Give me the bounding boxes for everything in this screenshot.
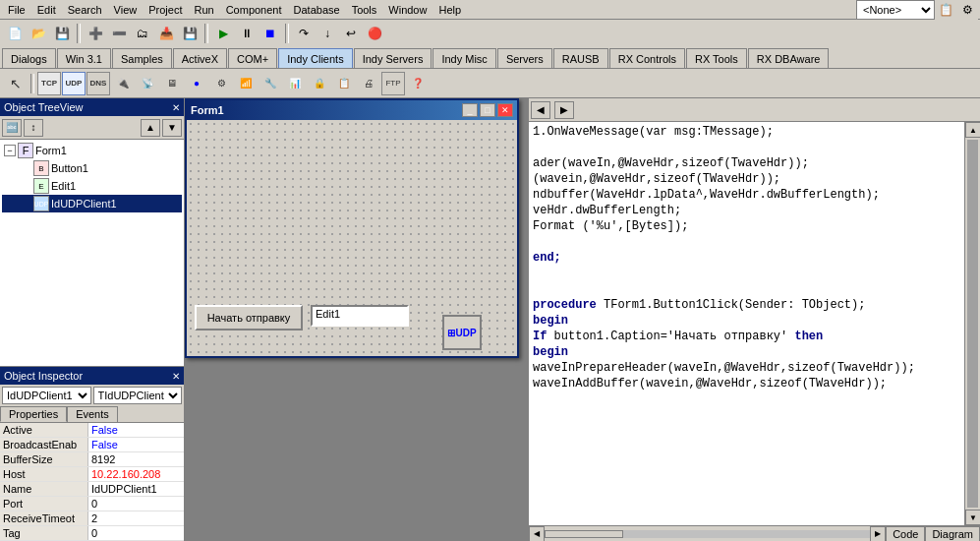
- menu-help[interactable]: Help: [432, 2, 467, 18]
- pointer-tool[interactable]: ↖: [4, 72, 28, 95]
- tab-com[interactable]: COM+: [228, 48, 277, 68]
- comp-icon8[interactable]: 📊: [283, 72, 307, 95]
- save-project-btn[interactable]: 📥: [155, 23, 177, 44]
- inspector-tab-events[interactable]: Events: [67, 406, 118, 422]
- treeview-close-btn[interactable]: ✕: [172, 102, 180, 113]
- form-minimize-btn[interactable]: _: [462, 103, 478, 117]
- form-titlebar[interactable]: Form1 _ □ ✕: [187, 100, 517, 120]
- inspector-row-4[interactable]: Name IdUDPClient1: [0, 482, 184, 497]
- button1-control[interactable]: Начать отправку: [195, 305, 303, 331]
- tab-rx-dbaware[interactable]: RX DBAware: [748, 48, 830, 68]
- comp-icon7[interactable]: 🔧: [259, 72, 282, 95]
- hscroll-thumb[interactable]: [545, 530, 623, 538]
- pause-btn[interactable]: ⏸: [236, 23, 258, 44]
- inspector-row-2[interactable]: BufferSize 8192: [0, 452, 184, 467]
- none-combo[interactable]: <None>: [856, 0, 935, 20]
- tree-item-edit1[interactable]: E Edit1: [2, 177, 182, 195]
- form-body[interactable]: Начать отправку Edit1 ⊞UDP: [187, 120, 517, 356]
- inspector-row-7[interactable]: Tag 0: [0, 526, 184, 541]
- inspector-row-6[interactable]: ReceiveTimeot 2: [0, 511, 184, 526]
- comp-icon4[interactable]: ●: [185, 72, 208, 95]
- tab-indy-servers[interactable]: Indy Servers: [354, 48, 432, 68]
- scrollbar-thumb[interactable]: [967, 140, 978, 508]
- comp-icon5[interactable]: ⚙: [209, 72, 233, 95]
- tab-rausb[interactable]: RAUSB: [553, 48, 608, 68]
- tree-expand-form1[interactable]: −: [4, 145, 16, 156]
- tab-indy-clients[interactable]: Indy Clients: [278, 48, 352, 68]
- tab-rx-controls[interactable]: RX Controls: [609, 48, 685, 68]
- save-all-btn[interactable]: 💾: [179, 23, 201, 44]
- add-file-btn[interactable]: ➕: [85, 23, 106, 44]
- code-back-btn[interactable]: ◀: [531, 101, 550, 119]
- comp-icon6[interactable]: 📶: [234, 72, 258, 95]
- tab-servers[interactable]: Servers: [497, 48, 552, 68]
- tab-activex[interactable]: ActiveX: [173, 48, 227, 68]
- tab-dialogs[interactable]: Dialogs: [2, 48, 56, 68]
- run-btn[interactable]: ▶: [212, 23, 234, 44]
- menu-project[interactable]: Project: [143, 2, 188, 18]
- tree-item-button1[interactable]: B Button1: [2, 159, 182, 177]
- tab-indy-misc[interactable]: Indy Misc: [432, 48, 495, 68]
- inspector-row-5[interactable]: Port 0: [0, 497, 184, 511]
- tv-sort-btn[interactable]: 🔤: [2, 119, 22, 137]
- tab-samples[interactable]: Samples: [112, 48, 172, 68]
- toolbar-icon2[interactable]: ⚙: [956, 0, 978, 21]
- trace-btn[interactable]: ↩: [340, 23, 362, 44]
- tab-win31[interactable]: Win 3.1: [57, 48, 111, 68]
- remove-file-btn[interactable]: ➖: [108, 23, 130, 44]
- comp-icon11[interactable]: 🖨: [357, 72, 380, 95]
- open-btn[interactable]: 📂: [28, 23, 49, 44]
- comp-icon3[interactable]: 🖥: [160, 72, 184, 95]
- code-editor[interactable]: 1.OnWaveMessage(var msg:TMessage); ader(…: [529, 122, 964, 525]
- inspector-row-1[interactable]: BroadcastEnab False: [0, 438, 184, 452]
- comp-icon9[interactable]: 🔒: [308, 72, 331, 95]
- udp-icon[interactable]: UDP: [62, 72, 86, 95]
- udpclient-form-icon[interactable]: ⊞UDP: [442, 315, 482, 350]
- tree-item-udpclient[interactable]: UDP IdUDPClient1: [2, 195, 182, 212]
- menu-run[interactable]: Run: [188, 2, 219, 18]
- step-into-btn[interactable]: ↓: [317, 23, 338, 44]
- menu-component[interactable]: Component: [220, 2, 288, 18]
- inspector-object-combo[interactable]: IdUDPClient1: [2, 387, 91, 404]
- menu-tools[interactable]: Tools: [346, 2, 383, 18]
- comp-icon12[interactable]: FTP: [381, 72, 405, 95]
- new-btn[interactable]: 📄: [4, 23, 26, 44]
- open-project-btn[interactable]: 🗂: [132, 23, 153, 44]
- comp-icon2[interactable]: 📡: [136, 72, 159, 95]
- code-tab-diagram[interactable]: Diagram: [925, 526, 980, 542]
- menu-search[interactable]: Search: [62, 2, 108, 18]
- tab-rx-tools[interactable]: RX Tools: [686, 48, 747, 68]
- hscroll-right-btn[interactable]: ▶: [870, 526, 886, 542]
- menu-window[interactable]: Window: [382, 2, 432, 18]
- inspector-close-btn[interactable]: ✕: [172, 371, 180, 382]
- stop-btn[interactable]: ⏹: [259, 23, 281, 44]
- form-close-btn[interactable]: ✕: [497, 103, 513, 117]
- comp-icon1[interactable]: 🔌: [111, 72, 135, 95]
- inspector-type-combo[interactable]: TIdUDPClient: [93, 387, 183, 404]
- save-btn[interactable]: 💾: [51, 23, 73, 44]
- inspector-row-3[interactable]: Host 10.22.160.208: [0, 467, 184, 482]
- tv-up-btn[interactable]: ▲: [141, 119, 160, 137]
- breakpoint-btn[interactable]: 🔴: [364, 23, 385, 44]
- inspector-row-0[interactable]: Active False: [0, 423, 184, 438]
- menu-file[interactable]: File: [2, 2, 31, 18]
- inspector-tab-properties[interactable]: Properties: [0, 406, 67, 422]
- menu-view[interactable]: View: [108, 2, 144, 18]
- hscroll-left-btn[interactable]: ◀: [529, 526, 545, 542]
- code-tab-code[interactable]: Code: [886, 526, 925, 542]
- menu-edit[interactable]: Edit: [31, 2, 62, 18]
- tv-down-btn[interactable]: ▼: [162, 119, 182, 137]
- code-forward-btn[interactable]: ▶: [554, 101, 574, 119]
- comp-icon13[interactable]: ❓: [406, 72, 430, 95]
- tree-item-form1[interactable]: − F Form1: [2, 142, 182, 159]
- dns-icon[interactable]: DNS: [86, 72, 110, 95]
- scroll-up-btn[interactable]: ▲: [965, 122, 980, 138]
- toolbar-icon1[interactable]: 📋: [935, 0, 956, 21]
- comp-icon10[interactable]: 📋: [332, 72, 356, 95]
- edit1-control[interactable]: Edit1: [311, 305, 409, 327]
- menu-database[interactable]: Database: [288, 2, 346, 18]
- tv-expand-btn[interactable]: ↕: [24, 119, 43, 137]
- scroll-down-btn[interactable]: ▼: [965, 510, 980, 525]
- tcp-icon[interactable]: TCP: [37, 72, 61, 95]
- form-maximize-btn[interactable]: □: [480, 103, 495, 117]
